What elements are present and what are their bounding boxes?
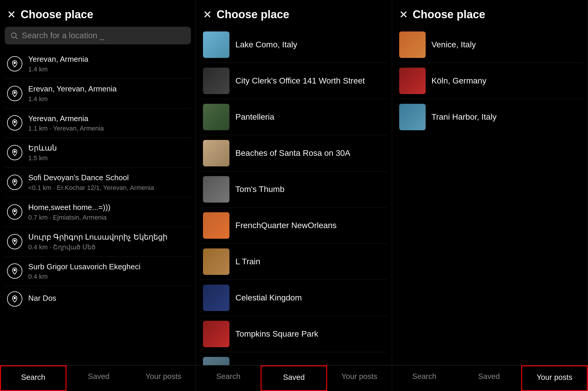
panel3-title: Choose place [413, 8, 485, 21]
location-sub: 1.4 km [28, 66, 189, 73]
pin-icon [7, 175, 22, 190]
panel1-header: ✕ Choose place [0, 0, 196, 27]
svg-point-6 [14, 181, 15, 182]
tab-search[interactable]: Search [196, 365, 261, 391]
tab-saved[interactable]: Saved [66, 365, 131, 391]
list-item[interactable]: Beaches of Santa Rosa on 30A [201, 135, 387, 171]
location-sub: 1.4 km [28, 95, 189, 103]
place-name: City Clerk's Office 141 Worth Street [235, 76, 365, 86]
location-list: Yerevan, Armenia 1.4 km Erevan, Yerevan,… [0, 49, 196, 365]
pin-icon [7, 263, 22, 279]
location-sub: 0.4 km · Շղրված Մեծ [28, 243, 189, 251]
panel2-title: Choose place [216, 8, 289, 21]
svg-point-9 [14, 270, 15, 271]
close-icon[interactable]: ✕ [399, 9, 408, 20]
svg-point-5 [14, 151, 15, 152]
panel-your-posts: ✕ Choose place Venice, Italy Köln, Germa… [392, 0, 588, 391]
list-item[interactable]: Tompkins Square Park [201, 316, 387, 352]
list-item[interactable]: L Train [201, 244, 387, 280]
tab-saved[interactable]: Saved [457, 365, 521, 391]
location-name: Sofi Devoyan's Dance School [28, 173, 189, 183]
list-item[interactable]: Erevan, Yerevan, Armenia 1.4 km [5, 79, 191, 108]
close-icon[interactable]: ✕ [203, 9, 212, 20]
location-sub: 1.5 km [28, 154, 189, 162]
svg-point-8 [14, 240, 15, 241]
pin-icon [7, 145, 22, 160]
place-thumbnail [203, 357, 229, 365]
tab-your-posts[interactable]: Your posts [131, 365, 196, 391]
location-info: Home,sweet home...=))) 0.7 km · Ejmiatsi… [28, 203, 189, 221]
place-name: Trani Harbor, Italy [432, 112, 497, 122]
location-sub: 0.4 km [28, 273, 189, 280]
list-item[interactable]: Venice, Italy [397, 27, 583, 63]
tab-search[interactable]: Search [0, 365, 66, 391]
place-thumbnail [203, 248, 229, 275]
list-item[interactable]: Pantelleria [201, 99, 387, 135]
place-thumbnail [399, 104, 426, 130]
place-thumbnail [203, 212, 229, 239]
place-thumbnail [203, 31, 229, 58]
list-item[interactable]: Köln, Germany [397, 63, 583, 99]
panel-saved: ✕ Choose place Lake Como, Italy City Cle… [196, 0, 392, 391]
place-thumbnail [399, 68, 426, 94]
pin-icon [7, 291, 22, 307]
svg-point-4 [14, 121, 15, 123]
location-name: Yerevan, Armenia [28, 54, 189, 64]
list-item[interactable]: Սուրբ Գրիգոր Լուսավորիչ Եկեղեցի 0.4 km ·… [5, 227, 191, 257]
place-name: Köln, Germany [432, 76, 487, 86]
pin-icon [7, 86, 22, 101]
list-item[interactable]: FrenchQuarter NewOrleans [201, 208, 387, 244]
pin-icon [7, 115, 22, 131]
list-item[interactable]: Trani Harbor, Italy [397, 99, 583, 135]
panel1-title: Choose place [21, 8, 93, 21]
list-item[interactable]: Celestial Kingdom [201, 280, 387, 316]
list-item[interactable]: Home,sweet home...=))) 0.7 km · Ejmiatsi… [5, 197, 191, 227]
close-icon[interactable]: ✕ [7, 9, 16, 20]
svg-point-10 [14, 297, 15, 299]
list-item[interactable]: Yerevan, Armenia 1.1 km · Yerevan, Armen… [5, 108, 191, 138]
place-thumbnail [203, 104, 229, 130]
pin-icon [7, 56, 22, 71]
location-info: Sofi Devoyan's Dance School <0.1 km · Er… [28, 173, 189, 192]
tab-your-posts[interactable]: Your posts [327, 365, 392, 391]
place-thumbnail [203, 321, 229, 347]
list-item[interactable]: Yerevan, Armenia 1.4 km [5, 49, 191, 79]
location-info: Երևան 1.5 km [28, 143, 189, 162]
location-info: Nar Dos [28, 293, 189, 305]
svg-point-7 [14, 210, 15, 212]
place-name: Tompkins Square Park [235, 329, 318, 339]
place-name: Beaches of Santa Rosa on 30A [235, 148, 350, 158]
search-icon [10, 31, 18, 40]
place-name: Lake Como, Italy [235, 40, 297, 49]
location-name: Home,sweet home...=))) [28, 203, 189, 213]
place-name: Pantelleria [235, 112, 274, 122]
place-list: Lake Como, Italy City Clerk's Office 141… [196, 27, 392, 365]
list-item[interactable]: Sofi Devoyan's Dance School <0.1 km · Er… [5, 168, 191, 197]
list-item[interactable]: Surb Grigor Lusavorich Ekegheci 0.4 km [5, 257, 191, 286]
list-item[interactable]: Lower East Side [201, 352, 387, 365]
tab-search[interactable]: Search [392, 365, 457, 391]
svg-point-3 [14, 92, 15, 93]
location-name: Surb Grigor Lusavorich Ekegheci [28, 262, 189, 272]
place-name: Celestial Kingdom [235, 293, 302, 303]
location-info: Surb Grigor Lusavorich Ekegheci 0.4 km [28, 262, 189, 281]
search-bar[interactable]: Search for a location _ [5, 27, 191, 44]
list-item[interactable]: Tom's Thumb [201, 171, 387, 208]
tab-bar: Search Saved Your posts [0, 365, 196, 391]
tab-bar: Search Saved Your posts [196, 365, 392, 391]
location-name: Yerevan, Armenia [28, 114, 189, 124]
place-name: FrenchQuarter NewOrleans [235, 221, 337, 230]
pin-icon [7, 204, 22, 220]
list-item[interactable]: Nar Dos [5, 286, 191, 312]
svg-point-0 [11, 33, 16, 38]
panel3-header: ✕ Choose place [392, 0, 588, 27]
list-item[interactable]: Lake Como, Italy [201, 27, 387, 63]
list-item[interactable]: Երևան 1.5 km [5, 138, 191, 168]
location-info: Սուրբ Գրիգոր Լուսավորիչ Եկեղեցի 0.4 km ·… [28, 232, 189, 251]
search-placeholder: Search for a location _ [22, 31, 104, 40]
tab-your-posts[interactable]: Your posts [521, 365, 588, 391]
tab-saved[interactable]: Saved [261, 365, 327, 391]
location-name: Երևան [28, 143, 189, 153]
place-name: L Train [235, 257, 260, 266]
list-item[interactable]: City Clerk's Office 141 Worth Street [201, 63, 387, 99]
